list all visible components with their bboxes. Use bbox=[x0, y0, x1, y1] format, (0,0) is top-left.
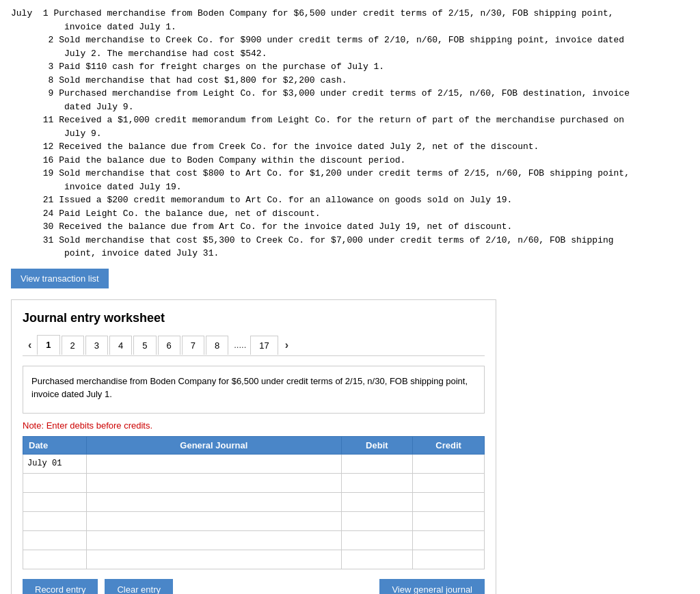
journal-table: Date General Journal Debit Credit bbox=[23, 436, 485, 569]
tab-17[interactable]: 17 bbox=[250, 336, 278, 355]
input-debit-2[interactable] bbox=[342, 493, 413, 511]
cell-credit-5[interactable] bbox=[413, 550, 485, 569]
record-entry-button[interactable]: Record entry bbox=[23, 579, 98, 595]
cell-credit-2[interactable] bbox=[413, 492, 485, 511]
view-general-journal-button[interactable]: View general journal bbox=[379, 579, 485, 595]
cell-debit-0[interactable] bbox=[341, 454, 413, 473]
input-date-0[interactable] bbox=[23, 455, 86, 473]
input-journal-0[interactable] bbox=[87, 455, 340, 473]
cell-date-5[interactable] bbox=[23, 550, 87, 569]
input-debit-5[interactable] bbox=[342, 550, 413, 569]
tab-7[interactable]: 7 bbox=[182, 336, 204, 355]
cell-journal-2[interactable] bbox=[87, 492, 341, 511]
table-row bbox=[23, 454, 485, 473]
table-row bbox=[23, 492, 485, 511]
input-date-1[interactable] bbox=[23, 474, 86, 492]
tab-6[interactable]: 6 bbox=[158, 336, 180, 355]
table-row bbox=[23, 530, 485, 550]
input-date-4[interactable] bbox=[23, 531, 86, 550]
input-date-5[interactable] bbox=[23, 550, 86, 569]
input-debit-3[interactable] bbox=[342, 512, 413, 530]
tab-3[interactable]: 3 bbox=[85, 336, 108, 355]
cell-journal-5[interactable] bbox=[87, 550, 341, 569]
transactions-text: July 1 Purchased merchandise from Boden … bbox=[11, 7, 689, 260]
input-credit-0[interactable] bbox=[413, 455, 484, 473]
cell-date-2[interactable] bbox=[23, 492, 87, 511]
input-debit-1[interactable] bbox=[342, 474, 413, 492]
cell-credit-4[interactable] bbox=[413, 530, 485, 550]
cell-journal-4[interactable] bbox=[87, 530, 341, 550]
table-row bbox=[23, 473, 485, 492]
tab-next-arrow[interactable]: › bbox=[280, 336, 294, 354]
input-credit-1[interactable] bbox=[413, 474, 484, 492]
input-debit-0[interactable] bbox=[342, 455, 413, 473]
cell-debit-5[interactable] bbox=[341, 550, 413, 569]
input-journal-3[interactable] bbox=[87, 512, 340, 530]
tab-8[interactable]: 8 bbox=[206, 336, 228, 355]
worksheet-title: Journal entry worksheet bbox=[23, 311, 485, 325]
cell-credit-0[interactable] bbox=[413, 454, 485, 473]
table-row bbox=[23, 550, 485, 569]
worksheet-container: Journal entry worksheet ‹ 1 2 3 4 5 6 7 … bbox=[11, 299, 496, 595]
cell-debit-3[interactable] bbox=[341, 511, 413, 530]
cell-debit-2[interactable] bbox=[341, 492, 413, 511]
input-journal-5[interactable] bbox=[87, 550, 340, 569]
view-transaction-button[interactable]: View transaction list bbox=[11, 269, 109, 288]
tab-5[interactable]: 5 bbox=[133, 336, 156, 355]
tab-navigation: ‹ 1 2 3 4 5 6 7 8 ..... 17 › bbox=[23, 335, 485, 356]
cell-debit-1[interactable] bbox=[341, 473, 413, 492]
input-date-2[interactable] bbox=[23, 493, 86, 511]
tab-dots: ..... bbox=[230, 336, 250, 354]
tab-1[interactable]: 1 bbox=[37, 335, 59, 355]
input-date-3[interactable] bbox=[23, 512, 86, 530]
tab-4[interactable]: 4 bbox=[109, 336, 132, 355]
header-journal: General Journal bbox=[87, 436, 341, 454]
cell-date-4[interactable] bbox=[23, 530, 87, 550]
cell-journal-3[interactable] bbox=[87, 511, 341, 530]
entry-note: Note: Enter debits before credits. bbox=[23, 420, 485, 431]
entry-description: Purchased merchandise from Boden Company… bbox=[23, 366, 485, 414]
cell-debit-4[interactable] bbox=[341, 530, 413, 550]
input-journal-4[interactable] bbox=[87, 531, 340, 550]
cell-credit-1[interactable] bbox=[413, 473, 485, 492]
input-journal-2[interactable] bbox=[87, 493, 340, 511]
header-credit: Credit bbox=[413, 436, 485, 454]
table-row bbox=[23, 511, 485, 530]
cell-date-0[interactable] bbox=[23, 454, 87, 473]
cell-date-3[interactable] bbox=[23, 511, 87, 530]
tab-prev-arrow[interactable]: ‹ bbox=[23, 336, 37, 354]
action-buttons: Record entry Clear entry View general jo… bbox=[23, 579, 485, 595]
cell-journal-1[interactable] bbox=[87, 473, 341, 492]
input-debit-4[interactable] bbox=[342, 531, 413, 550]
cell-credit-3[interactable] bbox=[413, 511, 485, 530]
transactions-section: July 1 Purchased merchandise from Boden … bbox=[11, 7, 689, 260]
input-credit-2[interactable] bbox=[413, 493, 484, 511]
cell-date-1[interactable] bbox=[23, 473, 87, 492]
clear-entry-button[interactable]: Clear entry bbox=[105, 579, 173, 595]
tab-2[interactable]: 2 bbox=[62, 336, 84, 355]
input-credit-3[interactable] bbox=[413, 512, 484, 530]
input-credit-4[interactable] bbox=[413, 531, 484, 550]
header-date: Date bbox=[23, 436, 87, 454]
input-credit-5[interactable] bbox=[413, 550, 484, 569]
input-journal-1[interactable] bbox=[87, 474, 340, 492]
header-debit: Debit bbox=[341, 436, 413, 454]
cell-journal-0[interactable] bbox=[87, 454, 341, 473]
